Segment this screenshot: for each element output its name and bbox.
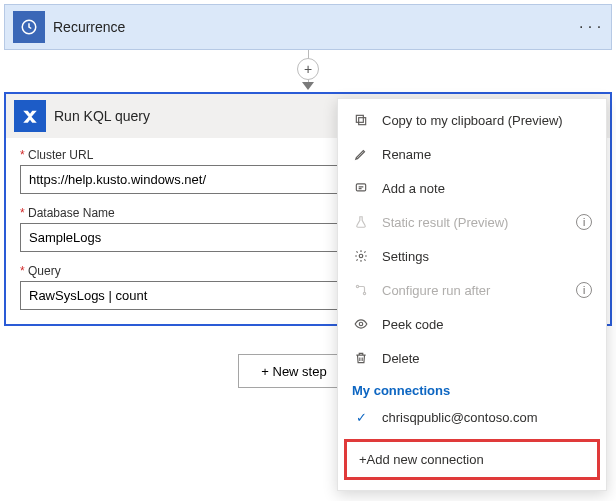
svg-point-5 bbox=[356, 285, 358, 287]
menu-configure-run-after-label: Configure run after bbox=[382, 283, 490, 298]
menu-settings-label: Settings bbox=[382, 249, 429, 264]
check-icon: ✓ bbox=[352, 410, 370, 425]
svg-point-6 bbox=[363, 292, 365, 294]
menu-settings[interactable]: Settings bbox=[338, 239, 606, 273]
my-connections-header: My connections bbox=[338, 375, 606, 402]
menu-add-note-label: Add a note bbox=[382, 181, 445, 196]
menu-rename-label: Rename bbox=[382, 147, 431, 162]
connection-item[interactable]: ✓ chrisqpublic@contoso.com bbox=[338, 402, 606, 433]
connector: + bbox=[0, 50, 616, 88]
run-kql-title: Run KQL query bbox=[54, 108, 150, 124]
gear-icon bbox=[352, 247, 370, 265]
add-new-connection-button[interactable]: +Add new connection bbox=[344, 439, 600, 480]
flow-icon bbox=[352, 281, 370, 299]
menu-delete[interactable]: Delete bbox=[338, 341, 606, 375]
add-step-inline-button[interactable]: + bbox=[297, 58, 319, 80]
menu-peek-code[interactable]: Peek code bbox=[338, 307, 606, 341]
recurrence-header[interactable]: Recurrence · · · bbox=[5, 5, 611, 49]
svg-point-4 bbox=[359, 254, 363, 258]
info-icon[interactable]: i bbox=[576, 214, 592, 230]
copy-icon bbox=[352, 111, 370, 129]
arrow-down-icon bbox=[302, 82, 314, 90]
menu-static-result: Static result (Preview) i bbox=[338, 205, 606, 239]
menu-rename[interactable]: Rename bbox=[338, 137, 606, 171]
svg-rect-3 bbox=[356, 184, 365, 191]
svg-rect-1 bbox=[359, 118, 366, 125]
note-icon bbox=[352, 179, 370, 197]
menu-peek-code-label: Peek code bbox=[382, 317, 443, 332]
recurrence-title: Recurrence bbox=[53, 19, 125, 35]
svg-rect-2 bbox=[356, 115, 363, 122]
add-new-connection-label: +Add new connection bbox=[359, 452, 484, 467]
menu-static-result-label: Static result (Preview) bbox=[382, 215, 508, 230]
new-step-button[interactable]: + New step bbox=[238, 354, 349, 388]
info-icon[interactable]: i bbox=[576, 282, 592, 298]
menu-add-note[interactable]: Add a note bbox=[338, 171, 606, 205]
action-context-menu: Copy to my clipboard (Preview) Rename Ad… bbox=[337, 98, 607, 491]
flask-icon bbox=[352, 213, 370, 231]
menu-delete-label: Delete bbox=[382, 351, 420, 366]
svg-point-7 bbox=[359, 322, 363, 326]
recurrence-card: Recurrence · · · bbox=[4, 4, 612, 50]
menu-copy-label: Copy to my clipboard (Preview) bbox=[382, 113, 563, 128]
pencil-icon bbox=[352, 145, 370, 163]
trash-icon bbox=[352, 349, 370, 367]
menu-configure-run-after: Configure run after i bbox=[338, 273, 606, 307]
run-icon bbox=[14, 100, 46, 132]
menu-copy[interactable]: Copy to my clipboard (Preview) bbox=[338, 103, 606, 137]
connection-label: chrisqpublic@contoso.com bbox=[382, 410, 538, 425]
recurrence-more-button[interactable]: · · · bbox=[577, 18, 603, 36]
clock-icon bbox=[13, 11, 45, 43]
eye-icon bbox=[352, 315, 370, 333]
